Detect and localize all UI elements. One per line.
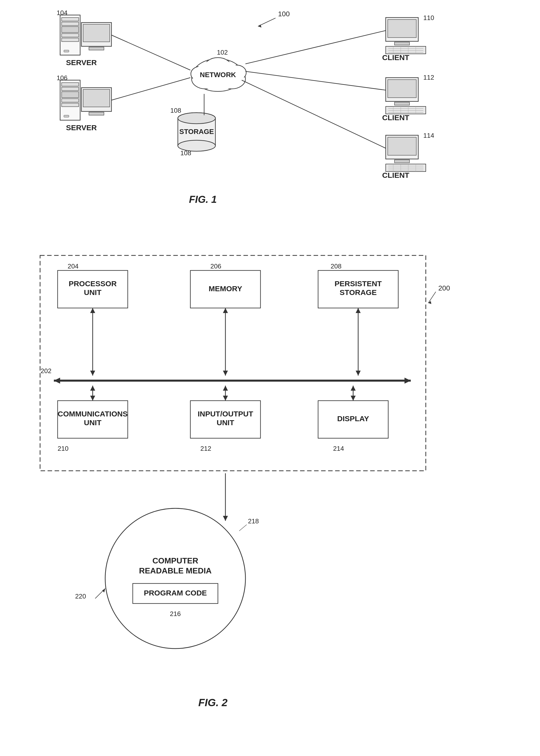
svg-rect-16 xyxy=(62,27,79,33)
svg-rect-33 xyxy=(83,89,110,107)
svg-text:206: 206 xyxy=(210,262,221,270)
svg-rect-27 xyxy=(62,87,79,91)
svg-point-39 xyxy=(178,140,215,151)
svg-rect-46 xyxy=(394,42,410,45)
svg-rect-70 xyxy=(386,135,418,159)
svg-rect-29 xyxy=(62,99,79,102)
svg-text:UNIT: UNIT xyxy=(217,419,234,427)
svg-point-144 xyxy=(105,508,245,649)
svg-point-37 xyxy=(178,113,215,124)
svg-point-6 xyxy=(194,60,242,90)
svg-text:STORAGE: STORAGE xyxy=(339,288,377,297)
svg-text:MEMORY: MEMORY xyxy=(208,285,242,293)
svg-line-92 xyxy=(242,80,386,148)
svg-point-0 xyxy=(193,59,243,91)
svg-text:210: 210 xyxy=(58,445,68,452)
svg-text:202: 202 xyxy=(41,367,51,375)
svg-point-4 xyxy=(227,65,246,80)
svg-marker-154 xyxy=(102,588,105,592)
svg-text:INPUT/OUTPUT: INPUT/OUTPUT xyxy=(198,410,253,418)
svg-rect-71 xyxy=(388,137,416,155)
svg-rect-72 xyxy=(394,160,410,163)
svg-line-88 xyxy=(111,78,190,100)
svg-text:FIG. 1: FIG. 1 xyxy=(189,194,217,205)
svg-text:PROCESSOR: PROCESSOR xyxy=(68,280,117,288)
svg-text:212: 212 xyxy=(201,445,211,452)
svg-text:STORAGE: STORAGE xyxy=(179,128,214,135)
svg-text:DISPLAY: DISPLAY xyxy=(337,415,369,423)
svg-rect-47 xyxy=(386,46,426,54)
svg-rect-57 xyxy=(386,78,418,101)
svg-point-8 xyxy=(219,70,244,88)
svg-text:102: 102 xyxy=(217,49,228,56)
svg-rect-58 xyxy=(388,80,416,98)
svg-rect-17 xyxy=(62,34,79,37)
fig2-svg: 200 202 PROCESSOR UNIT 204 MEMORY 206 PE… xyxy=(25,240,501,736)
svg-rect-20 xyxy=(81,23,111,46)
svg-rect-60 xyxy=(386,106,426,114)
svg-point-11 xyxy=(205,59,230,76)
svg-text:SERVER: SERVER xyxy=(66,123,97,132)
svg-line-90 xyxy=(245,31,386,64)
svg-point-2 xyxy=(218,69,245,89)
svg-text:READABLE MEDIA: READABLE MEDIA xyxy=(139,566,211,575)
svg-text:112: 112 xyxy=(423,73,434,81)
svg-rect-15 xyxy=(62,22,79,26)
svg-point-9 xyxy=(192,67,208,80)
svg-text:NETWORK: NETWORK xyxy=(200,71,236,79)
svg-text:106: 106 xyxy=(57,74,68,82)
svg-line-84 xyxy=(258,18,276,26)
svg-point-1 xyxy=(192,69,219,89)
svg-rect-32 xyxy=(81,88,111,111)
svg-text:200: 200 xyxy=(438,284,450,292)
svg-rect-44 xyxy=(386,18,418,41)
svg-rect-21 xyxy=(83,24,110,42)
svg-text:CLIENT: CLIENT xyxy=(382,113,409,122)
svg-text:220: 220 xyxy=(75,592,86,600)
svg-line-91 xyxy=(245,71,386,90)
svg-rect-38 xyxy=(178,118,215,146)
svg-text:218: 218 xyxy=(248,517,259,525)
svg-text:100: 100 xyxy=(278,10,290,18)
svg-rect-26 xyxy=(62,83,79,86)
svg-rect-59 xyxy=(394,102,410,105)
svg-rect-30 xyxy=(62,103,79,107)
svg-marker-143 xyxy=(223,516,228,521)
svg-text:214: 214 xyxy=(333,445,344,452)
svg-point-3 xyxy=(191,66,210,81)
svg-line-96 xyxy=(428,292,436,303)
svg-text:CLIENT: CLIENT xyxy=(382,53,409,62)
svg-rect-34 xyxy=(89,112,104,115)
svg-rect-18 xyxy=(62,38,79,42)
svg-text:114: 114 xyxy=(423,132,434,139)
svg-text:110: 110 xyxy=(423,14,434,22)
svg-line-87 xyxy=(111,35,190,70)
svg-text:108: 108 xyxy=(170,107,181,114)
svg-text:CLIENT: CLIENT xyxy=(382,171,409,179)
svg-rect-19 xyxy=(64,50,69,52)
svg-text:208: 208 xyxy=(331,262,341,270)
svg-text:COMPUTER: COMPUTER xyxy=(152,556,198,565)
svg-point-7 xyxy=(193,70,218,88)
svg-text:104: 104 xyxy=(57,9,68,17)
svg-text:108: 108 xyxy=(180,149,191,157)
svg-point-5 xyxy=(204,58,232,78)
svg-point-10 xyxy=(228,66,245,79)
svg-rect-22 xyxy=(89,47,104,50)
svg-text:SERVER: SERVER xyxy=(66,59,97,66)
svg-text:PROGRAM CODE: PROGRAM CODE xyxy=(144,589,207,597)
svg-text:204: 204 xyxy=(68,262,78,270)
svg-rect-14 xyxy=(62,18,79,21)
svg-text:UNIT: UNIT xyxy=(84,419,101,427)
svg-text:216: 216 xyxy=(170,610,181,617)
svg-rect-31 xyxy=(64,115,69,117)
fig1-svg: NETWORK SERVER 104 xyxy=(20,8,516,213)
svg-rect-73 xyxy=(386,164,426,172)
svg-rect-25 xyxy=(60,80,80,120)
fig2-diagram: 200 202 PROCESSOR UNIT 204 MEMORY 206 PE… xyxy=(25,240,501,736)
svg-rect-45 xyxy=(388,20,416,38)
svg-marker-85 xyxy=(258,25,261,28)
svg-text:COMMUNICATIONS: COMMUNICATIONS xyxy=(58,410,127,418)
svg-text:FIG. 2: FIG. 2 xyxy=(199,696,228,708)
svg-text:UNIT: UNIT xyxy=(84,288,101,297)
